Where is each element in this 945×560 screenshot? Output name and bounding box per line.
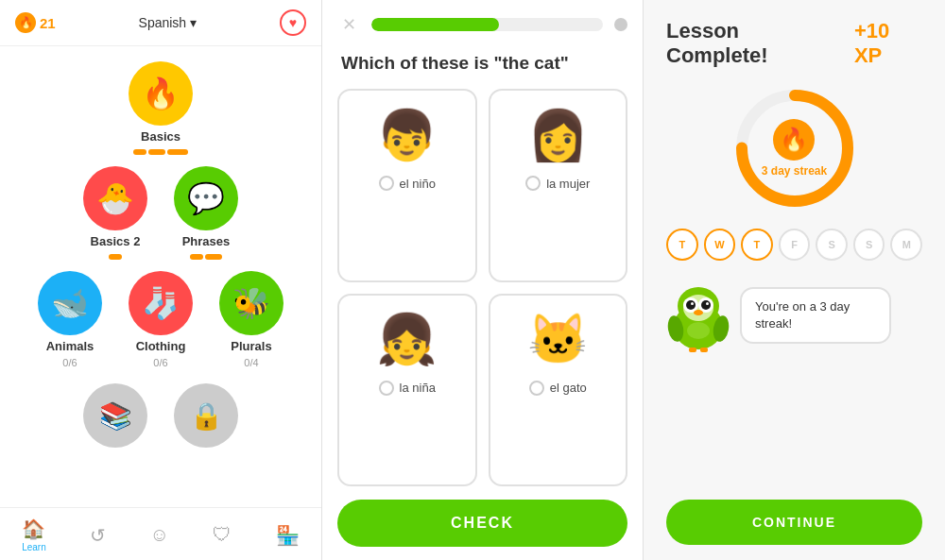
store-icon: 🏪 xyxy=(276,524,300,547)
answer-img-elgato: 🐱 xyxy=(524,307,591,373)
phrases-label: Phrases xyxy=(182,234,231,248)
answer-radio-row-elgato: el gato xyxy=(529,381,587,396)
streak-text: 3 day streak xyxy=(762,164,827,178)
day-S2: S xyxy=(853,229,885,261)
svg-point-7 xyxy=(691,302,694,305)
basics-label: Basics xyxy=(141,129,180,144)
nav-learn-label: Learn xyxy=(22,542,46,552)
language-selector[interactable]: Spanish ▾ xyxy=(139,15,198,30)
row-locked: 📚 🔒 xyxy=(83,383,238,448)
social-icon: ☺ xyxy=(150,524,169,546)
answer-radio-row-elnino: el niño xyxy=(379,176,436,191)
streak-icon: 🔥 xyxy=(15,12,36,33)
answer-label-lamujer: la mujer xyxy=(546,177,590,191)
answer-card-lamujer[interactable]: 👩 la mujer xyxy=(489,89,628,282)
question-text: Which of these is "the cat" xyxy=(322,45,643,89)
answer-img-elnino: 👦 xyxy=(374,102,440,168)
plurals-label: Plurals xyxy=(231,339,271,353)
nav-practice[interactable]: ↺ xyxy=(90,524,106,547)
skill-basics[interactable]: 🔥 Basics xyxy=(129,61,193,155)
skill-clothing[interactable]: 🧦 Clothing 0/6 xyxy=(129,271,193,368)
skill-plurals[interactable]: 🐝 Plurals 0/4 xyxy=(219,271,284,368)
answer-img-lanina: 👧 xyxy=(374,307,440,373)
mid-top-bar: ✕ xyxy=(322,0,643,45)
animals-sub: 0/6 xyxy=(62,357,77,368)
learn-icon: 🏠 xyxy=(22,518,45,540)
bottom-nav: 🏠 Learn ↺ ☺ 🛡 🏪 xyxy=(0,507,321,560)
day-T2: T xyxy=(741,229,773,261)
plurals-sub: 0/4 xyxy=(244,357,258,368)
skill-basics2[interactable]: 🐣 Basics 2 xyxy=(83,166,147,260)
left-panel: 🔥 21 Spanish ▾ ♥ 🔥 Basics 🐣 Basics 2 xyxy=(0,0,322,560)
answer-img-lamujer: 👩 xyxy=(524,102,591,168)
skill-phrases[interactable]: 💬 Phrases xyxy=(174,166,238,260)
prog-bar-p2 xyxy=(205,254,222,260)
practice-icon: ↺ xyxy=(90,524,106,547)
right-panel: Lesson Complete! +10 XP 🔥 3 day streak T… xyxy=(644,0,945,560)
lesson-complete-header: Lesson Complete! +10 XP xyxy=(666,19,922,68)
heart-icon: ♥ xyxy=(289,15,297,30)
streak-count: 21 xyxy=(40,15,56,31)
svg-point-16 xyxy=(687,322,710,339)
answer-radio-row-lanina: la niña xyxy=(379,381,436,396)
language-label: Spanish xyxy=(139,15,187,30)
continue-button[interactable]: CONTINUE xyxy=(666,500,922,545)
row-basics2-phrases: 🐣 Basics 2 💬 Phrases xyxy=(83,166,238,260)
flame-icon: 🔥 xyxy=(773,119,815,161)
svg-rect-15 xyxy=(700,348,708,352)
animals-label: Animals xyxy=(46,339,94,353)
nav-store[interactable]: 🏪 xyxy=(276,524,300,547)
nav-learn[interactable]: 🏠 Learn xyxy=(22,518,46,552)
radio-lamujer xyxy=(525,176,541,191)
close-button[interactable]: ✕ xyxy=(337,13,360,36)
svg-point-9 xyxy=(701,300,711,310)
streak-badge[interactable]: 🔥 21 xyxy=(15,12,56,33)
check-button[interactable]: ChECK xyxy=(337,500,627,547)
day-T1: T xyxy=(666,229,698,261)
skill-locked-2: 🔒 xyxy=(174,383,238,448)
streak-ring: 🔥 3 day streak xyxy=(733,87,856,210)
lesson-title: Lesson Complete! xyxy=(666,19,845,68)
prog-bar-b2 xyxy=(109,254,122,260)
svg-point-10 xyxy=(706,302,709,305)
progress-dot xyxy=(614,18,627,31)
day-F: F xyxy=(779,229,811,261)
answer-card-lanina[interactable]: 👧 la niña xyxy=(337,294,477,487)
answer-card-elnino[interactable]: 👦 el niño xyxy=(337,89,477,282)
nav-shield[interactable]: 🛡 xyxy=(213,524,232,546)
shield-icon: 🛡 xyxy=(213,524,232,546)
plurals-circle: 🐝 xyxy=(219,271,284,335)
locked-circle-1: 📚 xyxy=(83,383,147,448)
phrases-circle: 💬 xyxy=(174,166,238,230)
heart-badge[interactable]: ♥ xyxy=(280,9,306,36)
answer-card-elgato[interactable]: 🐱 el gato xyxy=(489,294,628,487)
radio-elgato xyxy=(529,381,544,396)
answer-grid: 👦 el niño 👩 la mujer 👧 la niña 🐱 xyxy=(322,89,643,486)
streak-ring-inner: 🔥 3 day streak xyxy=(762,119,827,178)
basics2-circle: 🐣 xyxy=(83,166,147,230)
xp-badge: +10 XP xyxy=(854,19,922,68)
day-S1: S xyxy=(816,229,848,261)
prog-bar-1 xyxy=(133,149,146,155)
svg-point-6 xyxy=(686,300,696,310)
mid-panel: ✕ Which of these is "the cat" 👦 el niño … xyxy=(322,0,644,560)
nav-social[interactable]: ☺ xyxy=(150,524,169,546)
weekday-row: T W T F S S M xyxy=(666,229,922,261)
prog-bar-3 xyxy=(167,149,188,155)
prog-bar-p1 xyxy=(190,254,203,260)
message-text: You're on a 3 day streak! xyxy=(755,299,850,331)
radio-lanina xyxy=(379,381,394,396)
clothing-sub: 0/6 xyxy=(153,357,167,368)
answer-label-elnino: el niño xyxy=(400,177,436,191)
day-W: W xyxy=(704,229,736,261)
row-animals-clothing-plurals: 🐋 Animals 0/6 🧦 Clothing 0/6 🐝 Plurals 0… xyxy=(38,271,284,368)
answer-label-lanina: la niña xyxy=(400,381,436,395)
skill-animals[interactable]: 🐋 Animals 0/6 xyxy=(38,271,102,368)
owl-message-row: You're on a 3 day streak! xyxy=(666,280,922,344)
basics-circle: 🔥 xyxy=(129,61,193,126)
phrases-progress xyxy=(190,254,222,260)
answer-radio-row-lamujer: la mujer xyxy=(525,176,590,191)
clothing-label: Clothing xyxy=(136,339,186,353)
owl-svg xyxy=(666,280,730,353)
progress-bar-wrap xyxy=(371,18,603,31)
